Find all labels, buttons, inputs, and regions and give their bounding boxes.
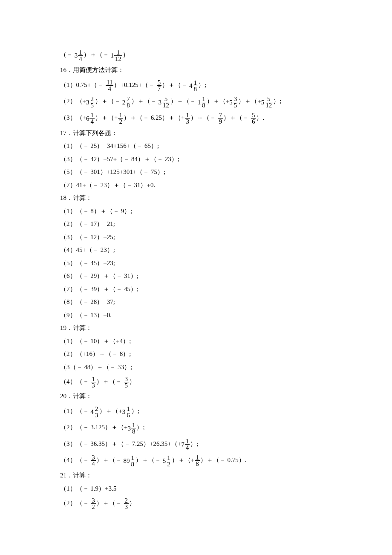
line-0: （－ 314）＋（－ 1112） — [60, 48, 392, 62]
fraction: 16 — [126, 406, 131, 418]
text-segment: ）+0.125+（－ — [114, 81, 156, 88]
line-31: （1）（－ 1.9）+3.5 — [60, 483, 392, 495]
mixed-number: 325 — [86, 95, 95, 109]
line-23: （3（－ 48）＋（－ 33）; — [60, 361, 392, 373]
text-segment: ）＋（－ 6.25）＋（+ — [124, 114, 184, 121]
fraction: 18 — [193, 80, 198, 92]
text-segment: （3）（+ — [60, 114, 86, 121]
line-13: （3）（－ 12）+25; — [60, 231, 392, 243]
line-11: （1）（－ 8）＋（－ 9）; — [60, 205, 392, 217]
fraction: 56 — [251, 112, 256, 124]
fraction: 512 — [162, 96, 170, 108]
text-segment: ）; — [131, 408, 139, 414]
mixed-number: 8918 — [124, 454, 136, 468]
line-17: （7）（－ 39）＋（－ 45）; — [60, 283, 392, 295]
text-segment: （1）0.75+（－ — [60, 81, 105, 88]
line-28: （3）（－ 36.35）＋（－ 7.25）+26.35+（+714）; — [60, 437, 392, 451]
line-19: （9）（－ 13）+0. — [60, 309, 392, 321]
text-segment: ）＋（+ — [99, 408, 122, 414]
text-segment: ）＋（+ — [238, 98, 261, 104]
line-6: （1）（－ 25）+34+156+（－ 65）; — [60, 140, 392, 152]
fraction: 35 — [233, 96, 238, 108]
line-18: （8）（－ 28）+37; — [60, 296, 392, 308]
fraction: 14 — [89, 112, 95, 124]
text-segment: ）＋（－ — [96, 457, 124, 463]
line-8: （5）（－ 301）+125+301+（－ 75）; — [60, 166, 392, 178]
mixed-number: 418 — [189, 78, 198, 93]
text-segment: ） — [129, 500, 135, 506]
text-segment: （－ — [60, 51, 75, 58]
text-segment: ）＋（+ — [207, 98, 229, 104]
line-5: 17．计算下列各题： — [60, 127, 392, 139]
line-4: （3）（+614）＋（+12）＋（－ 6.25）＋（+13）＋（－ 79）＋（－… — [60, 111, 392, 125]
fraction: 18 — [130, 455, 135, 467]
mixed-number: 714 — [181, 437, 190, 451]
mixed-number: 1112 — [111, 48, 123, 63]
fraction: 12 — [166, 455, 171, 467]
mixed-number: 423 — [90, 405, 99, 419]
line-27: （2）（－ 3.125）＋（+318）; — [60, 420, 392, 435]
text-segment: ）＋（－ — [190, 114, 218, 121]
text-segment: （2）（+ — [60, 98, 86, 104]
text-segment: ）＋（－ 0.75）. — [200, 457, 247, 463]
text-segment: ）＋（－ — [135, 457, 163, 463]
line-12: （2）（－ 17）+21; — [60, 218, 392, 230]
text-segment: ）＋（+ — [95, 114, 118, 121]
fraction: 23 — [94, 406, 99, 418]
fraction: 18 — [131, 422, 136, 434]
text-segment: ） — [123, 51, 129, 58]
fraction: 25 — [89, 96, 95, 108]
line-32: （2）（－ 32）＋（－ 23） — [60, 496, 392, 510]
text-segment: ）＋（－ — [170, 98, 198, 104]
mixed-number: 318 — [127, 421, 136, 435]
fraction: 14 — [185, 438, 190, 451]
line-14: （4）45+（－ 23）; — [60, 244, 392, 256]
line-22: （2）（+16）＋（－ 8）; — [60, 348, 392, 360]
text-segment: ） — [129, 378, 135, 385]
line-21: （1）（－ 10）＋（+4）; — [60, 335, 392, 347]
text-segment: （4）（－ — [60, 457, 90, 463]
fraction: 18 — [201, 96, 206, 108]
text-segment: ）＋（－ — [162, 81, 189, 88]
text-segment: ）; — [273, 98, 281, 104]
text-segment: ）＋（－ — [96, 378, 124, 385]
fraction: 512 — [265, 96, 273, 108]
line-9: （7）41+（－ 23）＋（－ 31）+0. — [60, 179, 392, 191]
fraction: 13 — [185, 112, 190, 124]
line-1: 16．用简便方法计算： — [60, 64, 392, 76]
text-segment: ）＋（－ — [84, 51, 111, 58]
text-segment: ）. — [256, 114, 264, 121]
text-segment: ）; — [190, 440, 198, 447]
line-29: （4）（－ 34）＋（－ 8918）＋（－ 512）＋（+18）＋（－ 0.75… — [60, 453, 392, 468]
text-segment: ）＋（－ — [96, 500, 124, 506]
line-16: （6）（－ 29）＋（－ 31）; — [60, 270, 392, 282]
mixed-number: 614 — [86, 111, 95, 125]
fraction: 18 — [195, 454, 200, 467]
mixed-number: 3512 — [158, 95, 170, 109]
mixed-number: 314 — [75, 48, 84, 63]
line-30: 21．计算： — [60, 469, 392, 482]
mixed-number: 278 — [122, 95, 131, 109]
text-segment: ）＋（－ — [95, 98, 122, 104]
fraction: 23 — [124, 497, 129, 510]
line-20: 19．计算： — [60, 322, 392, 334]
line-25: 20．计算： — [60, 390, 392, 402]
fraction: 13 — [91, 376, 96, 388]
text-segment: ）＋（+ — [172, 457, 194, 463]
fraction: 79 — [218, 112, 223, 124]
mixed-number: 118 — [198, 95, 207, 109]
fraction: 14 — [78, 49, 83, 62]
mixed-number: 5512 — [261, 95, 274, 109]
fraction: 114 — [106, 79, 113, 92]
fraction: 34 — [91, 454, 96, 467]
line-26: （1）（－ 423）＋（+316）; — [60, 404, 392, 419]
fraction: 57 — [157, 79, 162, 92]
line-3: （2）（+325）＋（－ 278）＋（－ 3512）＋（－ 118）＋（+535… — [60, 94, 392, 109]
fraction: 35 — [124, 376, 129, 388]
text-segment: （1）（－ — [60, 408, 90, 414]
line-15: （5）（－ 45）+23; — [60, 257, 392, 269]
text-segment: （2）（－ — [60, 500, 90, 506]
mixed-number: 535 — [229, 95, 238, 109]
fraction: 78 — [126, 96, 131, 108]
text-segment: ）＋（－ — [223, 114, 251, 121]
